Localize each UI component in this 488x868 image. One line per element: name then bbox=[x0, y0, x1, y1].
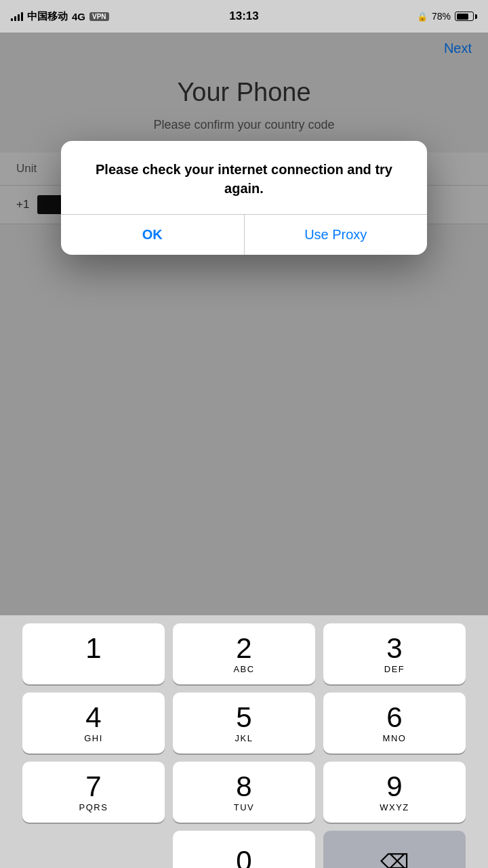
status-time: 13:13 bbox=[229, 9, 258, 23]
keyboard-row-1: 1 2 ABC 3 DEF bbox=[5, 623, 483, 684]
key-8[interactable]: 8 TUV bbox=[173, 762, 315, 823]
dialog-buttons: OK Use Proxy bbox=[61, 215, 427, 255]
keyboard-row-2: 4 GHI 5 JKL 6 MNO bbox=[5, 693, 483, 753]
key-5[interactable]: 5 JKL bbox=[173, 693, 315, 753]
key-6[interactable]: 6 MNO bbox=[323, 693, 466, 753]
network-label: 4G bbox=[72, 11, 85, 22]
key-3[interactable]: 3 DEF bbox=[323, 623, 466, 684]
battery-percent: 78% bbox=[432, 11, 451, 22]
ok-button[interactable]: OK bbox=[61, 215, 244, 255]
use-proxy-button[interactable]: Use Proxy bbox=[245, 215, 428, 255]
main-screen: Next Your Phone Please confirm your coun… bbox=[0, 33, 488, 615]
status-left: 中国移动 4G VPN bbox=[11, 10, 109, 23]
dialog-message: Please check your internet connection an… bbox=[61, 141, 427, 214]
key-empty bbox=[22, 831, 165, 868]
carrier-label: 中国移动 bbox=[27, 10, 68, 23]
status-right: 🔒 78% bbox=[417, 11, 477, 22]
key-backspace[interactable]: ⌫ bbox=[323, 831, 466, 868]
dialog-overlay: Please check your internet connection an… bbox=[0, 33, 488, 615]
status-bar: 中国移动 4G VPN 13:13 🔒 78% bbox=[0, 0, 488, 33]
keyboard: 1 2 ABC 3 DEF 4 GHI 5 JKL 6 MNO 7 PQRS bbox=[0, 615, 488, 868]
backspace-icon: ⌫ bbox=[380, 850, 409, 869]
lock-icon: 🔒 bbox=[417, 12, 428, 22]
battery-icon bbox=[455, 12, 477, 21]
key-4[interactable]: 4 GHI bbox=[22, 693, 165, 753]
keyboard-row-3: 7 PQRS 8 TUV 9 WXYZ bbox=[5, 762, 483, 823]
vpn-badge: VPN bbox=[89, 12, 109, 21]
alert-dialog: Please check your internet connection an… bbox=[61, 141, 427, 255]
key-1[interactable]: 1 bbox=[22, 623, 165, 684]
key-0[interactable]: 0 bbox=[173, 831, 315, 868]
signal-icon bbox=[11, 12, 23, 21]
key-7[interactable]: 7 PQRS bbox=[22, 762, 165, 823]
key-9[interactable]: 9 WXYZ bbox=[323, 762, 466, 823]
keyboard-row-4: 0 ⌫ bbox=[5, 831, 483, 868]
key-2[interactable]: 2 ABC bbox=[173, 623, 315, 684]
